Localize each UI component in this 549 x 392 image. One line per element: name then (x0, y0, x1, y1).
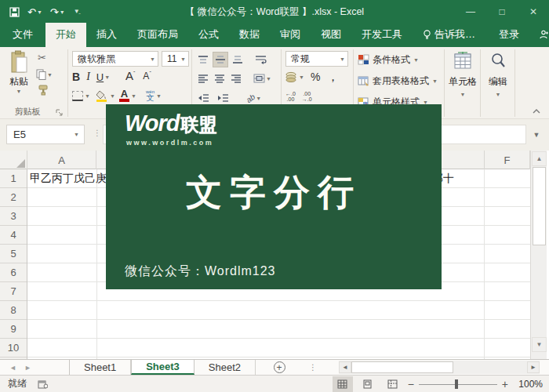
align-middle-button[interactable] (213, 52, 228, 67)
phonetic-guide-button[interactable]: wén 文 ▼ (146, 89, 162, 102)
border-button[interactable]: ▼ (72, 91, 90, 101)
italic-button[interactable]: I (86, 71, 90, 83)
tab-file[interactable]: 文件 (0, 23, 45, 47)
tab-review[interactable]: 审阅 (270, 23, 311, 47)
row-header-8[interactable]: 8 (0, 301, 27, 320)
tab-insert[interactable]: 插入 (86, 23, 127, 47)
collapse-ribbon-icon[interactable] (532, 108, 541, 114)
editing-button[interactable]: 编辑 ▼ (483, 52, 513, 97)
view-page-layout-button[interactable] (358, 376, 378, 392)
accounting-format-button[interactable]: ▼ (285, 71, 304, 82)
comma-style-button[interactable]: ， (326, 74, 339, 80)
macro-record-icon[interactable] (38, 379, 48, 389)
cells-button[interactable]: 单元格 ▼ (447, 52, 478, 97)
column-header-a[interactable]: A (27, 151, 96, 169)
zoom-out-icon[interactable]: − (408, 379, 414, 390)
wrap-text-button[interactable] (253, 52, 268, 67)
align-bottom-button[interactable] (231, 52, 245, 67)
merge-center-button[interactable]: ▼ (252, 71, 273, 86)
conditional-formatting-button[interactable]: 条件格式 ▼ (358, 51, 438, 68)
tab-share[interactable]: 共享 (529, 23, 549, 47)
view-page-break-button[interactable] (383, 376, 403, 392)
tab-data[interactable]: 数据 (229, 23, 270, 47)
name-box[interactable]: E5 ▼ (6, 125, 85, 144)
align-left-button[interactable] (196, 71, 210, 86)
orientation-button[interactable]: ab▼ (245, 90, 263, 106)
sheet-tab-sheet2[interactable]: Sheet2 (195, 360, 256, 375)
font-color-button[interactable]: A ▼ (119, 89, 136, 102)
zoom-level[interactable]: 100% (513, 379, 543, 390)
align-top-button[interactable] (196, 52, 210, 67)
row-header-5[interactable]: 5 (0, 245, 27, 263)
decrease-decimal-button[interactable]: .00 →.0 (302, 91, 312, 102)
tab-home[interactable]: 开始 (45, 23, 86, 47)
row-header-9[interactable]: 9 (0, 320, 27, 339)
increase-decimal-button[interactable]: ←.0 .00 (285, 91, 296, 102)
close-button[interactable]: ✕ (518, 0, 549, 24)
select-all-corner[interactable] (0, 151, 27, 169)
column-header-f[interactable]: F (484, 151, 530, 169)
row-header-6[interactable]: 6 (0, 263, 27, 282)
save-button[interactable] (6, 6, 23, 18)
vertical-scrollbar[interactable]: ▲ ▼ (530, 151, 547, 359)
row-header-1[interactable]: 1 (0, 169, 27, 188)
grow-font-button[interactable]: Aˆ (125, 69, 135, 82)
tab-page-layout[interactable]: 页面布局 (127, 23, 188, 47)
redo-button[interactable]: ↷▼ (47, 6, 68, 18)
chevron-down-icon: ▼ (150, 56, 155, 62)
percent-style-button[interactable]: % (311, 71, 320, 83)
row-header-4[interactable]: 4 (0, 226, 27, 245)
tab-developer[interactable]: 开发工具 (351, 23, 413, 47)
row-header-7[interactable]: 7 (0, 282, 27, 301)
formula-bar-expand-button[interactable]: ▼ (527, 125, 546, 144)
tell-me-label: 告诉我… (434, 27, 475, 42)
zoom-in-icon[interactable]: + (502, 379, 508, 390)
scroll-up-button[interactable]: ▲ (532, 151, 547, 166)
align-center-button[interactable] (213, 71, 227, 86)
underline-button[interactable]: U▼ (96, 71, 110, 83)
undo-button[interactable]: ↶▼ (24, 6, 45, 18)
horizontal-scroll-thumb[interactable] (351, 361, 453, 373)
maximize-button[interactable]: □ (486, 0, 518, 24)
number-format-select[interactable]: 常规 ▼ (285, 51, 348, 67)
zoom-slider-handle[interactable] (455, 379, 458, 389)
scroll-right-button[interactable]: ► (527, 361, 540, 373)
vertical-scroll-thumb[interactable] (533, 167, 546, 245)
sheet-tab-sheet1[interactable]: Sheet1 (70, 360, 131, 375)
scroll-left-button[interactable]: ◄ (339, 361, 351, 373)
tab-formulas[interactable]: 公式 (188, 23, 229, 47)
increase-indent-button[interactable] (216, 90, 231, 106)
orientation-icon: ab (245, 92, 256, 103)
font-size-value: 11 (167, 53, 176, 64)
sheet-nav-right-icon[interactable]: ► (24, 364, 31, 372)
scroll-down-button[interactable]: ▼ (532, 337, 547, 352)
customize-qat-button[interactable]: ▼̱ (70, 8, 83, 16)
add-sheet-button[interactable]: + (256, 360, 303, 375)
row-header-3[interactable]: 3 (0, 207, 27, 226)
view-normal-button[interactable] (333, 376, 353, 392)
zoom-slider[interactable] (419, 376, 497, 392)
sheet-tab-sheet3[interactable]: Sheet3 (131, 360, 195, 375)
minimize-button[interactable]: — (455, 0, 486, 24)
format-as-table-button[interactable]: 套用表格格式 ▼ (358, 72, 438, 89)
horizontal-scrollbar[interactable]: ◄ ► (339, 361, 540, 374)
tab-tell-me[interactable]: 告诉我… (413, 23, 485, 47)
brand-url: www.wordlm.com (126, 139, 213, 147)
bold-button[interactable]: B (72, 71, 80, 83)
fill-color-button[interactable]: ▼ (96, 89, 115, 102)
font-size-select[interactable]: 11 ▼ (162, 51, 189, 67)
sheetbar-resize-handle[interactable]: ⋮ (303, 360, 323, 375)
decrease-indent-button[interactable] (196, 90, 211, 106)
sheet-nav-left-icon[interactable]: ◄ (9, 364, 16, 372)
row-header-2[interactable]: 2 (0, 188, 27, 207)
dialog-launcher-icon[interactable] (56, 109, 63, 116)
tab-view[interactable]: 视图 (311, 23, 351, 47)
align-right-button[interactable] (229, 71, 243, 86)
namebox-resize-handle[interactable]: ⋮ (93, 129, 100, 137)
number-format-value: 常规 (291, 53, 310, 66)
tab-sign-in[interactable]: 登录 (489, 23, 529, 47)
shrink-font-button[interactable]: Aˇ (143, 71, 151, 82)
chevron-down-icon: ▼ (104, 74, 110, 80)
row-header-10[interactable]: 10 (0, 339, 27, 358)
font-name-select[interactable]: 微软雅黑 ▼ (72, 51, 158, 67)
